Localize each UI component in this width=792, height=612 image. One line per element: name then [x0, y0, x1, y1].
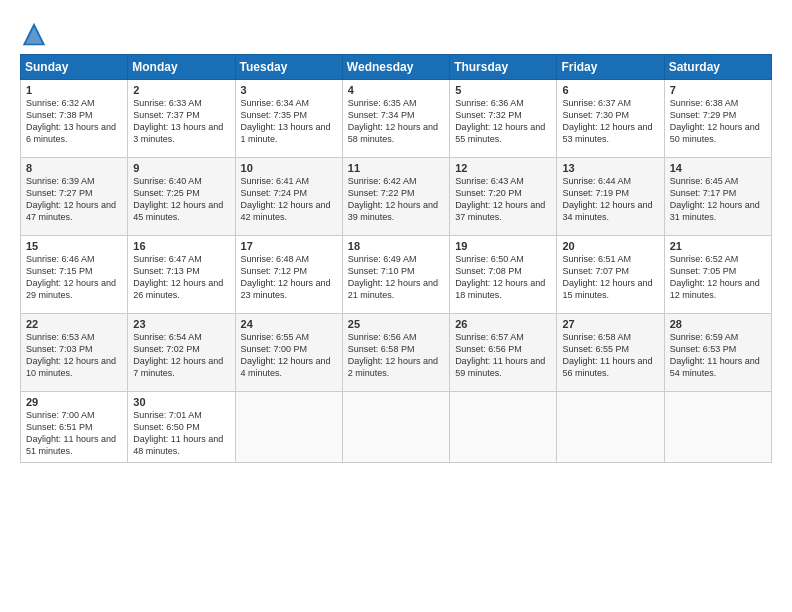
day-number: 11	[348, 162, 444, 174]
calendar-cell: 28Sunrise: 6:59 AMSunset: 6:53 PMDayligh…	[664, 314, 771, 392]
cell-content: Sunrise: 6:45 AMSunset: 7:17 PMDaylight:…	[670, 175, 766, 224]
calendar-week-row: 15Sunrise: 6:46 AMSunset: 7:15 PMDayligh…	[21, 236, 772, 314]
calendar-week-row: 22Sunrise: 6:53 AMSunset: 7:03 PMDayligh…	[21, 314, 772, 392]
cell-content: Sunrise: 6:56 AMSunset: 6:58 PMDaylight:…	[348, 331, 444, 380]
day-number: 14	[670, 162, 766, 174]
day-number: 1	[26, 84, 122, 96]
calendar-week-row: 29Sunrise: 7:00 AMSunset: 6:51 PMDayligh…	[21, 392, 772, 463]
day-number: 15	[26, 240, 122, 252]
calendar-cell: 12Sunrise: 6:43 AMSunset: 7:20 PMDayligh…	[450, 158, 557, 236]
calendar-week-row: 8Sunrise: 6:39 AMSunset: 7:27 PMDaylight…	[21, 158, 772, 236]
day-of-week-header: Tuesday	[235, 55, 342, 80]
header	[20, 16, 772, 48]
cell-content: Sunrise: 6:40 AMSunset: 7:25 PMDaylight:…	[133, 175, 229, 224]
calendar-cell: 5Sunrise: 6:36 AMSunset: 7:32 PMDaylight…	[450, 80, 557, 158]
day-number: 30	[133, 396, 229, 408]
cell-content: Sunrise: 6:35 AMSunset: 7:34 PMDaylight:…	[348, 97, 444, 146]
day-number: 9	[133, 162, 229, 174]
cell-content: Sunrise: 6:55 AMSunset: 7:00 PMDaylight:…	[241, 331, 337, 380]
day-number: 13	[562, 162, 658, 174]
logo	[20, 20, 50, 48]
cell-content: Sunrise: 6:52 AMSunset: 7:05 PMDaylight:…	[670, 253, 766, 302]
cell-content: Sunrise: 6:54 AMSunset: 7:02 PMDaylight:…	[133, 331, 229, 380]
cell-content: Sunrise: 6:59 AMSunset: 6:53 PMDaylight:…	[670, 331, 766, 380]
cell-content: Sunrise: 6:46 AMSunset: 7:15 PMDaylight:…	[26, 253, 122, 302]
calendar-cell: 2Sunrise: 6:33 AMSunset: 7:37 PMDaylight…	[128, 80, 235, 158]
calendar-cell: 30Sunrise: 7:01 AMSunset: 6:50 PMDayligh…	[128, 392, 235, 463]
day-number: 6	[562, 84, 658, 96]
calendar-cell: 16Sunrise: 6:47 AMSunset: 7:13 PMDayligh…	[128, 236, 235, 314]
cell-content: Sunrise: 6:38 AMSunset: 7:29 PMDaylight:…	[670, 97, 766, 146]
cell-content: Sunrise: 6:44 AMSunset: 7:19 PMDaylight:…	[562, 175, 658, 224]
cell-content: Sunrise: 6:53 AMSunset: 7:03 PMDaylight:…	[26, 331, 122, 380]
calendar-cell: 14Sunrise: 6:45 AMSunset: 7:17 PMDayligh…	[664, 158, 771, 236]
day-number: 8	[26, 162, 122, 174]
day-number: 4	[348, 84, 444, 96]
cell-content: Sunrise: 6:42 AMSunset: 7:22 PMDaylight:…	[348, 175, 444, 224]
calendar-cell: 10Sunrise: 6:41 AMSunset: 7:24 PMDayligh…	[235, 158, 342, 236]
calendar-cell	[342, 392, 449, 463]
calendar-cell: 22Sunrise: 6:53 AMSunset: 7:03 PMDayligh…	[21, 314, 128, 392]
day-number: 26	[455, 318, 551, 330]
cell-content: Sunrise: 6:58 AMSunset: 6:55 PMDaylight:…	[562, 331, 658, 380]
day-of-week-header: Sunday	[21, 55, 128, 80]
calendar-body: 1Sunrise: 6:32 AMSunset: 7:38 PMDaylight…	[21, 80, 772, 463]
cell-content: Sunrise: 6:57 AMSunset: 6:56 PMDaylight:…	[455, 331, 551, 380]
day-number: 27	[562, 318, 658, 330]
calendar-cell: 26Sunrise: 6:57 AMSunset: 6:56 PMDayligh…	[450, 314, 557, 392]
day-number: 16	[133, 240, 229, 252]
calendar-cell: 24Sunrise: 6:55 AMSunset: 7:00 PMDayligh…	[235, 314, 342, 392]
day-number: 21	[670, 240, 766, 252]
calendar-cell	[450, 392, 557, 463]
day-of-week-header: Friday	[557, 55, 664, 80]
cell-content: Sunrise: 6:48 AMSunset: 7:12 PMDaylight:…	[241, 253, 337, 302]
day-of-week-header: Saturday	[664, 55, 771, 80]
cell-content: Sunrise: 6:36 AMSunset: 7:32 PMDaylight:…	[455, 97, 551, 146]
day-number: 23	[133, 318, 229, 330]
calendar-cell: 20Sunrise: 6:51 AMSunset: 7:07 PMDayligh…	[557, 236, 664, 314]
calendar-cell: 9Sunrise: 6:40 AMSunset: 7:25 PMDaylight…	[128, 158, 235, 236]
calendar-cell: 8Sunrise: 6:39 AMSunset: 7:27 PMDaylight…	[21, 158, 128, 236]
calendar: SundayMondayTuesdayWednesdayThursdayFrid…	[20, 54, 772, 463]
day-number: 5	[455, 84, 551, 96]
calendar-cell: 21Sunrise: 6:52 AMSunset: 7:05 PMDayligh…	[664, 236, 771, 314]
calendar-cell: 13Sunrise: 6:44 AMSunset: 7:19 PMDayligh…	[557, 158, 664, 236]
day-number: 10	[241, 162, 337, 174]
cell-content: Sunrise: 7:00 AMSunset: 6:51 PMDaylight:…	[26, 409, 122, 458]
calendar-cell: 15Sunrise: 6:46 AMSunset: 7:15 PMDayligh…	[21, 236, 128, 314]
logo-icon	[20, 20, 48, 48]
calendar-cell: 6Sunrise: 6:37 AMSunset: 7:30 PMDaylight…	[557, 80, 664, 158]
calendar-cell	[557, 392, 664, 463]
calendar-cell: 27Sunrise: 6:58 AMSunset: 6:55 PMDayligh…	[557, 314, 664, 392]
cell-content: Sunrise: 7:01 AMSunset: 6:50 PMDaylight:…	[133, 409, 229, 458]
calendar-cell: 29Sunrise: 7:00 AMSunset: 6:51 PMDayligh…	[21, 392, 128, 463]
calendar-cell	[235, 392, 342, 463]
calendar-cell: 4Sunrise: 6:35 AMSunset: 7:34 PMDaylight…	[342, 80, 449, 158]
calendar-cell: 19Sunrise: 6:50 AMSunset: 7:08 PMDayligh…	[450, 236, 557, 314]
calendar-week-row: 1Sunrise: 6:32 AMSunset: 7:38 PMDaylight…	[21, 80, 772, 158]
cell-content: Sunrise: 6:47 AMSunset: 7:13 PMDaylight:…	[133, 253, 229, 302]
calendar-cell	[664, 392, 771, 463]
cell-content: Sunrise: 6:33 AMSunset: 7:37 PMDaylight:…	[133, 97, 229, 146]
page: SundayMondayTuesdayWednesdayThursdayFrid…	[0, 0, 792, 473]
cell-content: Sunrise: 6:41 AMSunset: 7:24 PMDaylight:…	[241, 175, 337, 224]
calendar-cell: 1Sunrise: 6:32 AMSunset: 7:38 PMDaylight…	[21, 80, 128, 158]
calendar-cell: 25Sunrise: 6:56 AMSunset: 6:58 PMDayligh…	[342, 314, 449, 392]
day-number: 25	[348, 318, 444, 330]
day-number: 29	[26, 396, 122, 408]
cell-content: Sunrise: 6:43 AMSunset: 7:20 PMDaylight:…	[455, 175, 551, 224]
day-number: 18	[348, 240, 444, 252]
day-number: 12	[455, 162, 551, 174]
day-number: 24	[241, 318, 337, 330]
day-number: 2	[133, 84, 229, 96]
cell-content: Sunrise: 6:34 AMSunset: 7:35 PMDaylight:…	[241, 97, 337, 146]
day-number: 3	[241, 84, 337, 96]
calendar-cell: 23Sunrise: 6:54 AMSunset: 7:02 PMDayligh…	[128, 314, 235, 392]
day-number: 28	[670, 318, 766, 330]
day-number: 17	[241, 240, 337, 252]
calendar-cell: 3Sunrise: 6:34 AMSunset: 7:35 PMDaylight…	[235, 80, 342, 158]
cell-content: Sunrise: 6:49 AMSunset: 7:10 PMDaylight:…	[348, 253, 444, 302]
calendar-cell: 17Sunrise: 6:48 AMSunset: 7:12 PMDayligh…	[235, 236, 342, 314]
cell-content: Sunrise: 6:51 AMSunset: 7:07 PMDaylight:…	[562, 253, 658, 302]
cell-content: Sunrise: 6:37 AMSunset: 7:30 PMDaylight:…	[562, 97, 658, 146]
